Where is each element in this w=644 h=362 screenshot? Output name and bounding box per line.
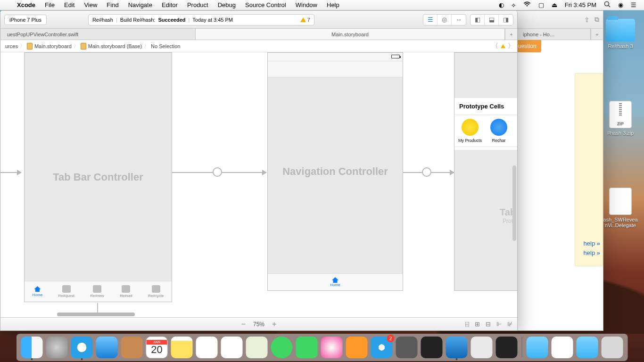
status-airplay-icon[interactable]: ▢	[535, 1, 548, 8]
segue-arrow[interactable]	[0, 172, 21, 173]
resolve-issues-icon[interactable]: ⊩	[496, 321, 502, 328]
tab-bar-controller-scene[interactable]: Tab Bar Controller Home Re#quest Re#new …	[24, 52, 172, 302]
tab-bar-item[interactable]: Home	[268, 273, 403, 290]
dock-downloads[interactable]	[577, 337, 598, 358]
help-link-1[interactable]: help »	[584, 239, 600, 248]
tab-bar[interactable]: Home Re#quest Re#new Re#sell Re#cycle	[25, 281, 172, 302]
dock-calendar[interactable]: JAN20	[146, 337, 168, 358]
help-link-2[interactable]: help »	[584, 248, 600, 258]
tabbar-item-recycle[interactable]: Re#cycle	[148, 285, 164, 298]
status-bluetooth-icon[interactable]: ⟡	[508, 1, 520, 9]
menu-edit[interactable]: Edit	[59, 1, 79, 8]
crumb-3[interactable]: No Selection	[149, 43, 182, 49]
status-app-icon[interactable]: ◐	[495, 1, 508, 8]
status-spotlight-icon[interactable]	[600, 1, 614, 9]
dock-maps[interactable]	[246, 337, 268, 358]
dock-xcode[interactable]	[446, 337, 468, 358]
pin-icon[interactable]: ⊟	[486, 321, 491, 328]
toggle-inspector-icon[interactable]: ◨	[499, 15, 513, 25]
dock-messages[interactable]	[271, 337, 293, 358]
dock-activity-monitor[interactable]	[496, 337, 518, 358]
horizontal-scrollbar[interactable]	[57, 313, 135, 316]
jump-forward-icon[interactable]: 〉	[508, 42, 514, 50]
status-eject-icon[interactable]: ⏏	[548, 1, 561, 8]
dock-simulator[interactable]	[471, 337, 493, 358]
navigation-bar[interactable]	[268, 61, 403, 77]
tabbar-item-renew[interactable]: Re#new	[90, 285, 104, 298]
status-siri-icon[interactable]: ◉	[614, 1, 627, 8]
zoom-level[interactable]: 75%	[253, 321, 264, 328]
segue-arrow[interactable]	[172, 172, 266, 173]
status-wifi-icon[interactable]	[520, 1, 535, 8]
zoom-out-button[interactable]: −	[241, 320, 246, 329]
cell-my-products[interactable]: My Products	[458, 119, 482, 143]
safari-new-tab[interactable]: +	[591, 29, 603, 40]
menu-view[interactable]: View	[79, 1, 102, 8]
tabbar-item-resell[interactable]: Re#sell	[120, 285, 132, 298]
dock-trash[interactable]	[602, 337, 623, 358]
crumb-2[interactable]: Main.storyboard (Base)	[79, 43, 144, 49]
dock-launchpad[interactable]	[46, 337, 68, 358]
menu-source-control[interactable]: Source Control	[240, 1, 291, 8]
menu-navigate[interactable]: Navigate	[124, 1, 157, 8]
dock-safari[interactable]	[71, 337, 93, 358]
toggle-navigator-icon[interactable]: ◧	[471, 15, 485, 25]
warning-triangle-icon[interactable]	[501, 44, 505, 48]
crumb-0[interactable]: urces	[3, 43, 20, 49]
dock-folder[interactable]	[527, 337, 548, 358]
warning-indicator[interactable]: 7	[300, 17, 310, 23]
vertical-scrollbar[interactable]	[512, 165, 516, 241]
dock-stack[interactable]	[552, 337, 573, 358]
scheme-selector[interactable]: iPhone 7 Plus	[4, 15, 47, 25]
tabbar-item-request[interactable]: Re#quest	[58, 285, 74, 298]
dock-reminders[interactable]	[196, 337, 218, 358]
dock-notes[interactable]	[171, 337, 193, 358]
jump-bar[interactable]: urces〉 Main.storyboard〉 Main.storyboard …	[0, 40, 517, 52]
segue-arrow[interactable]	[403, 172, 454, 173]
dock-ibooks[interactable]	[346, 337, 368, 358]
standard-editor-icon[interactable]: ☰	[423, 15, 438, 25]
menu-find[interactable]: Find	[102, 1, 123, 8]
align-icon[interactable]: ⊞	[475, 321, 480, 328]
dock-facetime[interactable]	[296, 337, 318, 358]
editor-mode-segmented[interactable]: ☰ ◎ ↔	[423, 14, 466, 25]
tab-storyboard[interactable]: Main.storyboard	[196, 29, 505, 40]
menu-window[interactable]: Window	[291, 1, 322, 8]
tabs-icon[interactable]: ⧉	[594, 16, 599, 24]
dock-photos[interactable]	[221, 337, 243, 358]
safari-window[interactable]: ⇪ ⧉ iphone - Ho… + uestion help » help »	[516, 10, 603, 331]
menu-help[interactable]: Help	[322, 1, 344, 8]
ib-canvas[interactable]: Tab Bar Controller Home Re#quest Re#new …	[0, 52, 517, 317]
dock-finder[interactable]	[21, 337, 43, 358]
dock-terminal[interactable]	[421, 337, 443, 358]
tableview-controller-scene[interactable]: Prototype Cells My Products Rechar Tab P…	[454, 52, 517, 291]
desktop-zip[interactable]: #hash 3.zip	[607, 101, 634, 136]
ask-question-button[interactable]: uestion	[516, 40, 541, 52]
panel-toggle-segmented[interactable]: ◧ ⬓ ◨	[470, 14, 513, 25]
dock-contacts[interactable]	[121, 337, 143, 358]
menu-product[interactable]: Product	[182, 1, 213, 8]
embed-in-icon[interactable]: ⌸	[465, 321, 469, 328]
menu-editor[interactable]: Editor	[157, 1, 182, 8]
jump-back-icon[interactable]: 〈	[492, 42, 498, 50]
menubar-clock[interactable]: Fri 3:45 PM	[561, 1, 600, 8]
desktop-swift-file[interactable]: ash_SWRevea nVi..Delegate	[603, 188, 637, 228]
app-menu[interactable]: Xcode	[12, 1, 40, 8]
xcode-window[interactable]: iPhone 7 Plus Re#hash | Build Re#hash: S…	[0, 10, 518, 331]
prototype-cell-row[interactable]: My Products Rechar	[454, 115, 517, 147]
dock-mail[interactable]	[96, 337, 118, 358]
desktop-folder[interactable]: Re#hash 3	[606, 19, 635, 49]
new-tab-button[interactable]: +	[505, 29, 517, 40]
crumb-1[interactable]: Main.storyboard	[25, 43, 74, 49]
stack-icon[interactable]: ⊮	[507, 321, 512, 328]
assistant-editor-icon[interactable]: ◎	[438, 15, 452, 25]
version-editor-icon[interactable]: ↔	[452, 15, 466, 25]
menu-file[interactable]: File	[40, 1, 59, 8]
status-notifications-icon[interactable]: ☰	[627, 1, 640, 8]
activity-viewer[interactable]: Re#hash | Build Re#hash: Succeeded | Tod…	[88, 14, 314, 25]
cell-recharge[interactable]: Rechar	[490, 119, 507, 143]
menu-debug[interactable]: Debug	[213, 1, 240, 8]
dock-appstore[interactable]: 2	[371, 337, 393, 358]
zoom-in-button[interactable]: +	[272, 320, 276, 329]
tabbar-item-home[interactable]: Home	[33, 286, 42, 297]
